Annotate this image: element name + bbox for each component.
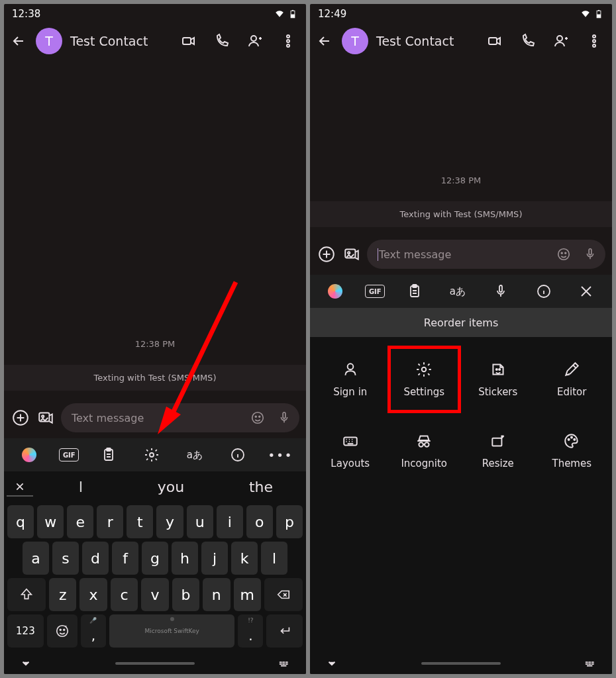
info-button[interactable] <box>531 278 557 305</box>
contact-name[interactable]: Test Contact <box>70 34 168 48</box>
video-call-button[interactable] <box>176 28 201 54</box>
key-x[interactable]: x <box>79 578 107 611</box>
gallery-button[interactable] <box>36 408 56 428</box>
svg-point-35 <box>557 36 562 41</box>
emoji-picker-button[interactable] <box>246 407 269 429</box>
add-person-button[interactable] <box>548 28 574 54</box>
key-c[interactable]: c <box>111 578 138 611</box>
key-z[interactable]: z <box>49 578 76 611</box>
grid-resize[interactable]: Resize <box>463 419 533 483</box>
emoji-key[interactable] <box>47 614 77 648</box>
key-a[interactable]: a <box>23 542 49 575</box>
svg-rect-66 <box>591 663 593 664</box>
svg-rect-28 <box>282 665 287 666</box>
key-t[interactable]: t <box>127 505 153 538</box>
voice-call-button[interactable] <box>209 28 234 54</box>
copilot-button[interactable] <box>16 442 42 468</box>
nav-chevron-down-icon[interactable] <box>326 657 338 669</box>
sticker-icon <box>489 361 507 378</box>
key-b[interactable]: b <box>172 578 199 611</box>
gallery-button[interactable] <box>342 244 362 264</box>
key-s[interactable]: s <box>52 542 79 575</box>
svg-point-41 <box>348 252 350 254</box>
grid-layouts[interactable]: Layouts <box>315 419 385 483</box>
grid-incognito[interactable]: Incognito <box>389 419 460 483</box>
add-person-button[interactable] <box>242 28 268 54</box>
dismiss-suggestion[interactable] <box>7 477 33 497</box>
copilot-button[interactable] <box>322 278 348 305</box>
period-key[interactable]: !?. <box>238 614 263 648</box>
key-p[interactable]: p <box>276 505 303 538</box>
contact-avatar[interactable]: T <box>342 28 368 54</box>
suggestion-2[interactable]: you <box>126 479 216 495</box>
key-w[interactable]: w <box>37 505 64 538</box>
key-o[interactable]: o <box>246 505 273 538</box>
gif-button[interactable]: GIF <box>59 448 79 461</box>
video-call-button[interactable] <box>482 28 507 54</box>
enter-key[interactable] <box>266 614 303 648</box>
backspace-key[interactable] <box>264 578 303 611</box>
back-button[interactable] <box>9 32 28 50</box>
gif-button[interactable]: GIF <box>365 285 385 298</box>
key-d[interactable]: d <box>82 542 109 575</box>
comma-key[interactable]: 🎤, <box>81 614 106 648</box>
translate-button[interactable]: aあ <box>181 442 208 468</box>
mic-button[interactable] <box>488 278 514 305</box>
key-y[interactable]: y <box>156 505 183 538</box>
key-u[interactable]: u <box>187 505 213 538</box>
key-i[interactable]: i <box>217 505 243 538</box>
space-key[interactable]: Microsoft SwiftKey <box>109 614 234 648</box>
svg-point-17 <box>150 453 154 457</box>
key-l[interactable]: l <box>261 542 287 575</box>
shift-key[interactable] <box>7 578 46 611</box>
voice-input-button[interactable] <box>273 407 295 429</box>
key-m[interactable]: m <box>234 578 261 611</box>
grid-signin[interactable]: Sign in <box>315 348 385 411</box>
nav-handle[interactable] <box>115 662 195 665</box>
back-button[interactable] <box>315 32 334 50</box>
grid-themes[interactable]: Themes <box>537 419 607 483</box>
add-button[interactable] <box>11 408 30 428</box>
key-g[interactable]: g <box>142 542 168 575</box>
message-input-wrapper[interactable]: Text message <box>61 403 299 432</box>
grid-stickers[interactable]: Stickers <box>463 348 533 411</box>
key-n[interactable]: n <box>203 578 230 611</box>
chat-header: T Test Contact <box>4 23 306 60</box>
emoji-picker-button[interactable] <box>552 243 575 266</box>
keyboard-switcher-icon[interactable] <box>278 657 290 669</box>
contact-name[interactable]: Test Contact <box>376 34 474 48</box>
clipboard-button[interactable] <box>401 278 428 305</box>
contact-avatar[interactable]: T <box>36 28 62 54</box>
translate-button[interactable]: aあ <box>444 278 471 305</box>
keyboard-icon <box>342 432 359 450</box>
voice-input-button[interactable] <box>579 243 601 266</box>
message-input-wrapper[interactable]: Text message <box>367 240 605 269</box>
grid-editor[interactable]: Editor <box>537 348 607 411</box>
numbers-key[interactable]: 123 <box>7 614 44 648</box>
settings-icon[interactable] <box>138 442 165 468</box>
key-r[interactable]: r <box>97 505 123 538</box>
info-button[interactable] <box>225 442 251 468</box>
suggestion-3[interactable]: the <box>216 479 306 495</box>
menu-button[interactable] <box>582 28 607 54</box>
nav-handle[interactable] <box>421 662 501 665</box>
keyboard-switcher-icon[interactable] <box>584 657 596 669</box>
voice-call-button[interactable] <box>515 28 540 54</box>
suggestion-1[interactable]: I <box>36 479 126 495</box>
close-button[interactable] <box>573 278 599 305</box>
key-v[interactable]: v <box>141 578 168 611</box>
key-f[interactable]: f <box>112 542 138 575</box>
grid-settings[interactable]: Settings <box>389 348 460 411</box>
grid-label: Settings <box>403 386 444 398</box>
key-j[interactable]: j <box>201 542 228 575</box>
compose-bar: Text message <box>4 397 306 438</box>
nav-chevron-down-icon[interactable] <box>20 657 32 669</box>
clipboard-button[interactable] <box>95 442 122 468</box>
more-button[interactable]: ••• <box>267 442 293 468</box>
key-e[interactable]: e <box>67 505 93 538</box>
key-k[interactable]: k <box>231 542 258 575</box>
menu-button[interactable] <box>276 28 301 54</box>
add-button[interactable] <box>317 244 336 264</box>
key-h[interactable]: h <box>172 542 198 575</box>
key-q[interactable]: q <box>7 505 34 538</box>
